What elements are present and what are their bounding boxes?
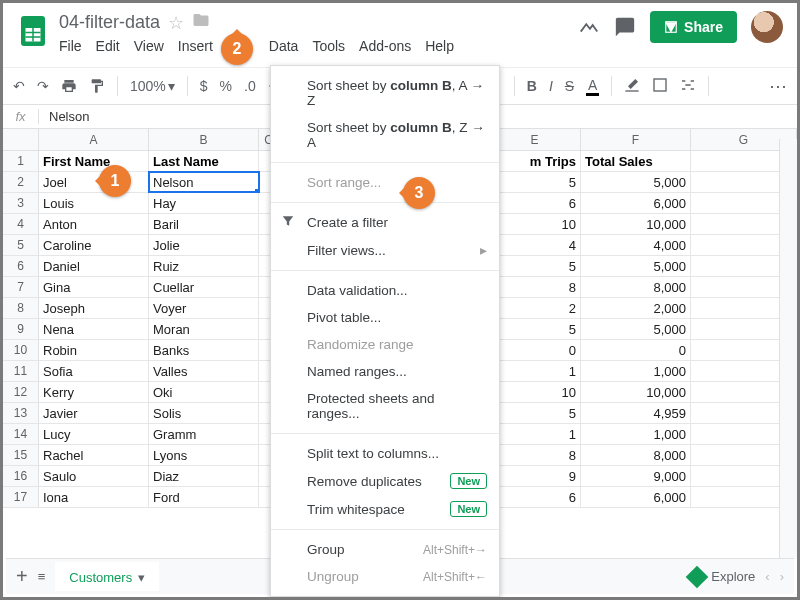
cell[interactable]: 2,000 bbox=[581, 298, 691, 318]
cell[interactable]: Gina bbox=[39, 277, 149, 297]
row-header[interactable]: 5 bbox=[3, 235, 39, 255]
cell[interactable]: 6,000 bbox=[581, 193, 691, 213]
row-header[interactable]: 15 bbox=[3, 445, 39, 465]
row-header[interactable]: 12 bbox=[3, 382, 39, 402]
print-icon[interactable] bbox=[61, 78, 77, 94]
cell[interactable]: 5,000 bbox=[581, 172, 691, 192]
cell[interactable]: Sofia bbox=[39, 361, 149, 381]
cell[interactable]: 5,000 bbox=[581, 256, 691, 276]
row-header[interactable]: 16 bbox=[3, 466, 39, 486]
cell[interactable]: Iona bbox=[39, 487, 149, 507]
cell[interactable]: 5 bbox=[489, 403, 581, 423]
menu-edit[interactable]: Edit bbox=[96, 38, 120, 54]
cell[interactable]: 4 bbox=[489, 235, 581, 255]
cell[interactable]: 5 bbox=[489, 256, 581, 276]
menu-addons[interactable]: Add-ons bbox=[359, 38, 411, 54]
menu-remove-duplicates[interactable]: Remove duplicatesNew bbox=[271, 467, 499, 495]
cell[interactable]: Valles bbox=[149, 361, 259, 381]
cell[interactable]: Joseph bbox=[39, 298, 149, 318]
cell[interactable]: 5 bbox=[489, 172, 581, 192]
cell[interactable]: Oki bbox=[149, 382, 259, 402]
menu-view[interactable]: View bbox=[134, 38, 164, 54]
text-color-icon[interactable]: A bbox=[586, 77, 599, 96]
menu-tools[interactable]: Tools bbox=[312, 38, 345, 54]
cell[interactable]: Cuellar bbox=[149, 277, 259, 297]
comments-icon[interactable] bbox=[614, 16, 636, 38]
cell[interactable]: Jolie bbox=[149, 235, 259, 255]
cell[interactable]: Anton bbox=[39, 214, 149, 234]
row-header[interactable]: 10 bbox=[3, 340, 39, 360]
row-header[interactable]: 2 bbox=[3, 172, 39, 192]
cell[interactable]: 1,000 bbox=[581, 424, 691, 444]
cell[interactable]: 8,000 bbox=[581, 277, 691, 297]
menu-help[interactable]: Help bbox=[425, 38, 454, 54]
cell[interactable]: Robin bbox=[39, 340, 149, 360]
col-e[interactable]: E bbox=[489, 129, 581, 150]
cell[interactable]: 10,000 bbox=[581, 382, 691, 402]
share-button[interactable]: Share bbox=[650, 11, 737, 43]
menu-sort-az[interactable]: Sort sheet by column B, A → Z bbox=[271, 72, 499, 114]
strike-icon[interactable]: S bbox=[565, 78, 574, 94]
percent-icon[interactable]: % bbox=[220, 78, 232, 94]
row-header[interactable]: 8 bbox=[3, 298, 39, 318]
hdr-total-sales[interactable]: Total Sales bbox=[581, 151, 691, 171]
col-b[interactable]: B bbox=[149, 129, 259, 150]
row-header[interactable]: 13 bbox=[3, 403, 39, 423]
hdr-trips[interactable]: m Trips bbox=[489, 151, 581, 171]
cell[interactable]: 1 bbox=[489, 361, 581, 381]
document-title[interactable]: 04-filter-data bbox=[59, 12, 160, 33]
cell[interactable]: 4,959 bbox=[581, 403, 691, 423]
row-header[interactable]: 17 bbox=[3, 487, 39, 507]
cell[interactable]: Nena bbox=[39, 319, 149, 339]
merge-icon[interactable] bbox=[680, 77, 696, 96]
row-header[interactable]: 9 bbox=[3, 319, 39, 339]
cell[interactable]: 1 bbox=[489, 424, 581, 444]
cell[interactable]: Moran bbox=[149, 319, 259, 339]
row-header[interactable]: 6 bbox=[3, 256, 39, 276]
cell[interactable]: Nelson bbox=[149, 172, 259, 192]
row-header[interactable]: 14 bbox=[3, 424, 39, 444]
cell[interactable]: Caroline bbox=[39, 235, 149, 255]
zoom-select[interactable]: 100% ▾ bbox=[130, 78, 175, 94]
explore-button[interactable]: Explore bbox=[689, 569, 755, 585]
cell[interactable]: Banks bbox=[149, 340, 259, 360]
account-avatar[interactable] bbox=[751, 11, 783, 43]
menu-split-text[interactable]: Split text to columns... bbox=[271, 440, 499, 467]
row-header[interactable]: 3 bbox=[3, 193, 39, 213]
menu-named-ranges[interactable]: Named ranges... bbox=[271, 358, 499, 385]
cell[interactable]: 0 bbox=[489, 340, 581, 360]
cell[interactable]: 4,000 bbox=[581, 235, 691, 255]
menu-sort-za[interactable]: Sort sheet by column B, Z → A bbox=[271, 114, 499, 156]
hdr-first-name[interactable]: First Name bbox=[39, 151, 149, 171]
add-sheet-icon[interactable]: + bbox=[16, 565, 28, 588]
cell[interactable]: Lucy bbox=[39, 424, 149, 444]
menu-data-validation[interactable]: Data validation... bbox=[271, 277, 499, 304]
menu-group[interactable]: GroupAlt+Shift+→ bbox=[271, 536, 499, 563]
menu-protected[interactable]: Protected sheets and ranges... bbox=[271, 385, 499, 427]
vertical-scrollbar[interactable] bbox=[779, 139, 797, 559]
all-sheets-icon[interactable]: ≡ bbox=[38, 569, 46, 584]
row-header[interactable]: 11 bbox=[3, 361, 39, 381]
toolbar-overflow-icon[interactable]: ⋯ bbox=[769, 75, 787, 97]
star-icon[interactable]: ☆ bbox=[168, 12, 184, 34]
col-f[interactable]: F bbox=[581, 129, 691, 150]
cell[interactable]: Daniel bbox=[39, 256, 149, 276]
cell[interactable]: Hay bbox=[149, 193, 259, 213]
redo-icon[interactable]: ↷ bbox=[37, 78, 49, 94]
undo-icon[interactable]: ↶ bbox=[13, 78, 25, 94]
cell[interactable]: Gramm bbox=[149, 424, 259, 444]
hdr-last-name[interactable]: Last Name bbox=[149, 151, 259, 171]
sheet-scroll-left-icon[interactable]: ‹ bbox=[765, 569, 769, 584]
paint-format-icon[interactable] bbox=[89, 78, 105, 94]
cell[interactable]: Diaz bbox=[149, 466, 259, 486]
cell[interactable]: 5,000 bbox=[581, 319, 691, 339]
italic-icon[interactable]: I bbox=[549, 78, 553, 94]
cell[interactable]: 8 bbox=[489, 277, 581, 297]
menu-trim-whitespace[interactable]: Trim whitespaceNew bbox=[271, 495, 499, 523]
cell[interactable]: 6 bbox=[489, 487, 581, 507]
cell[interactable]: 6 bbox=[489, 193, 581, 213]
menu-pivot-table[interactable]: Pivot table... bbox=[271, 304, 499, 331]
cell[interactable]: Rachel bbox=[39, 445, 149, 465]
borders-icon[interactable] bbox=[652, 77, 668, 96]
cell[interactable]: 10 bbox=[489, 382, 581, 402]
